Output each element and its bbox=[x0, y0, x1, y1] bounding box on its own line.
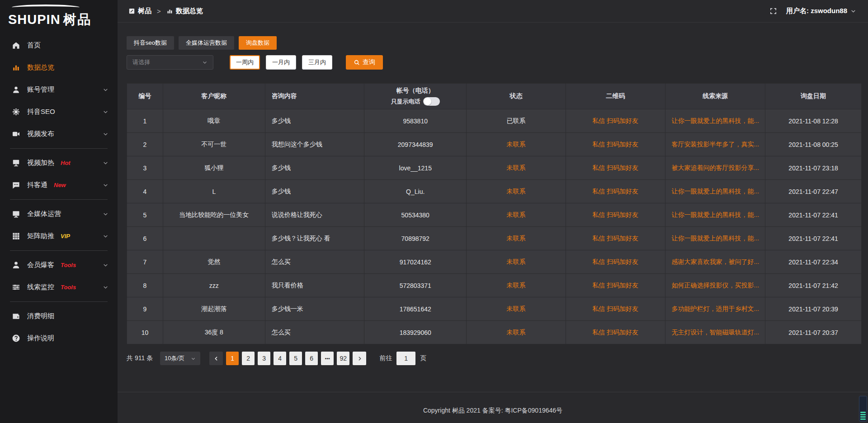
goto-page-input[interactable] bbox=[396, 352, 415, 365]
logo-arc bbox=[12, 5, 80, 10]
help-icon bbox=[12, 334, 20, 343]
topbar: 树品 > 数据总览 用户名: zswodun88 bbox=[118, 0, 868, 23]
page-size-select[interactable]: 10条/页 bbox=[160, 352, 200, 365]
user-menu[interactable]: 用户名: zswodun88 bbox=[786, 7, 856, 15]
cell-status: 已联系 bbox=[467, 109, 566, 133]
chevron-down-icon bbox=[103, 284, 108, 290]
phone-only-toggle[interactable] bbox=[423, 97, 440, 106]
next-page-button[interactable] bbox=[353, 352, 366, 365]
cell-qrcode[interactable]: 私信 扫码加好友 bbox=[566, 321, 665, 344]
edit-square-icon bbox=[128, 8, 135, 14]
cell-source[interactable]: 让你一眼就爱上的黑科技，能... bbox=[665, 180, 766, 203]
sidebar-item-9[interactable]: 全媒体运营 bbox=[0, 203, 118, 225]
cell-status: 未联系 bbox=[467, 321, 566, 344]
sidebar-item-12[interactable]: 会员爆客Tools bbox=[0, 254, 118, 276]
cell-qrcode[interactable]: 私信 扫码加好友 bbox=[566, 109, 665, 133]
table-row: 7觉然怎么买917024162未联系私信 扫码加好友感谢大家喜欢我家，被问了好.… bbox=[127, 250, 861, 274]
chevron-down-icon bbox=[103, 233, 108, 239]
sidebar-item-6[interactable]: 视频加热Hot bbox=[0, 152, 118, 174]
period-button-3[interactable]: 三月内 bbox=[302, 55, 332, 70]
cell-source[interactable]: 让你一眼就爱上的黑科技，能... bbox=[665, 203, 766, 227]
cell-qrcode[interactable]: 私信 扫码加好友 bbox=[566, 227, 665, 250]
sidebar-item-0[interactable]: 首页 bbox=[0, 34, 118, 56]
cell-qrcode[interactable]: 私信 扫码加好友 bbox=[566, 133, 665, 156]
cell-content: 多少钱一米 bbox=[265, 297, 365, 321]
cell-date: 2021-11-07 21:42 bbox=[765, 274, 861, 297]
page-button-2[interactable]: 2 bbox=[242, 352, 255, 365]
page-button-1[interactable]: 1 bbox=[226, 352, 239, 365]
cell-account: 183929060 bbox=[364, 321, 467, 344]
cell-source[interactable]: 多功能护栏灯，适用于乡村文... bbox=[665, 297, 766, 321]
cell-source[interactable]: 让你一眼就爱上的黑科技，能... bbox=[665, 227, 766, 250]
sidebar-item-1[interactable]: 数据总览 bbox=[0, 56, 118, 79]
column-header-account: 帐号（电话）只显示电话 bbox=[364, 84, 467, 109]
cell-qrcode[interactable]: 私信 扫码加好友 bbox=[566, 180, 665, 203]
cell-qrcode[interactable]: 私信 扫码加好友 bbox=[566, 156, 665, 180]
table-row: 8zzz我只看价格572803371未联系私信 扫码加好友如何正确选择投影仪，买… bbox=[127, 274, 861, 297]
search-button-label: 查询 bbox=[363, 58, 375, 66]
sidebar-divider bbox=[10, 250, 108, 251]
table-row: 1036度 8怎么买183929060未联系私信 扫码加好友无主灯设计，智能磁吸… bbox=[127, 321, 861, 344]
cell-content: 我只看价格 bbox=[265, 274, 365, 297]
sidebar-item-16[interactable]: 操作说明 bbox=[0, 327, 118, 349]
tab-1[interactable]: 抖音seo数据 bbox=[127, 36, 174, 50]
filter-select[interactable]: 请选择 bbox=[127, 55, 213, 70]
cell-source[interactable]: 感谢大家喜欢我家，被问了好... bbox=[665, 250, 766, 274]
video-upload-icon bbox=[12, 130, 20, 138]
sidebar-item-10[interactable]: 矩阵助推VIP bbox=[0, 225, 118, 247]
table-row: 6多少钱？让我死心 看70898792未联系私信 扫码加好友让你一眼就爱上的黑科… bbox=[127, 227, 861, 250]
topbar-right: 用户名: zswodun88 bbox=[769, 7, 856, 15]
cell-id: 1 bbox=[127, 109, 163, 133]
logo[interactable]: SHUPIN树品 bbox=[0, 0, 118, 33]
more-pages-button[interactable]: ••• bbox=[321, 352, 334, 365]
column-header-content: 咨询内容 bbox=[265, 84, 365, 109]
heat-monitor-icon bbox=[12, 159, 20, 167]
sidebar-item-15[interactable]: 消费明细 bbox=[0, 305, 118, 327]
cell-content: 说说价格让我死心 bbox=[265, 203, 365, 227]
cell-source[interactable]: 被大家追着问的客厅投影分享... bbox=[665, 156, 766, 180]
page-button-5[interactable]: 5 bbox=[289, 352, 302, 365]
cell-nickname: 狐小狸 bbox=[163, 156, 265, 180]
cell-qrcode[interactable]: 私信 扫码加好友 bbox=[566, 274, 665, 297]
period-button-2[interactable]: 一月内 bbox=[266, 55, 296, 70]
sidebar-item-2[interactable]: 账号管理 bbox=[0, 79, 118, 101]
cell-qrcode[interactable]: 私信 扫码加好友 bbox=[566, 250, 665, 274]
fullscreen-icon[interactable] bbox=[769, 7, 777, 15]
chevron-down-icon bbox=[103, 182, 108, 188]
cell-qrcode[interactable]: 私信 扫码加好友 bbox=[566, 297, 665, 321]
sidebar-item-4[interactable]: 视频发布 bbox=[0, 123, 118, 145]
cell-qrcode[interactable]: 私信 扫码加好友 bbox=[566, 203, 665, 227]
page-button-92[interactable]: 92 bbox=[337, 352, 349, 365]
cell-status: 未联系 bbox=[467, 250, 566, 274]
page-button-3[interactable]: 3 bbox=[258, 352, 270, 365]
search-icon bbox=[354, 59, 360, 66]
cell-source[interactable]: 客厅安装投影半年多了，真实... bbox=[665, 133, 766, 156]
prev-page-button[interactable] bbox=[209, 352, 223, 365]
sidebar-item-label: 抖客通 bbox=[27, 181, 47, 189]
period-button-1[interactable]: 一周内 bbox=[230, 55, 260, 70]
cell-source[interactable]: 如何正确选择投影仪，买投影... bbox=[665, 274, 766, 297]
page-button-6[interactable]: 6 bbox=[305, 352, 318, 365]
search-button[interactable]: 查询 bbox=[346, 55, 383, 70]
page-button-4[interactable]: 4 bbox=[274, 352, 286, 365]
cell-date: 2021-11-07 22:41 bbox=[765, 227, 861, 250]
cell-content: 怎么买 bbox=[265, 250, 365, 274]
cell-source[interactable]: 让你一眼就爱上的黑科技，能... bbox=[665, 109, 766, 133]
bar-chart-icon bbox=[12, 63, 20, 72]
total-count-label: 共 911 条 bbox=[127, 354, 153, 362]
sidebar-item-13[interactable]: 线索监控Tools bbox=[0, 276, 118, 298]
wallet-icon bbox=[12, 312, 20, 320]
cell-account: 178651642 bbox=[364, 297, 467, 321]
tab-3[interactable]: 询盘数据 bbox=[239, 36, 277, 50]
content: 抖音seo数据全媒体运营数据询盘数据 请选择 一周内一月内三月内 查询 编号客户… bbox=[118, 23, 868, 365]
footer: Copyright 树品 2021 备案号: 粤ICP备09019646号 bbox=[118, 392, 868, 423]
breadcrumb-root[interactable]: 树品 bbox=[138, 7, 151, 15]
table-row: 3狐小狸多少钱love__1215未联系私信 扫码加好友被大家追着问的客厅投影分… bbox=[127, 156, 861, 180]
cell-source[interactable]: 无主灯设计，智能磁吸轨道灯... bbox=[665, 321, 766, 344]
sidebar-menu: 首页数据总览账号管理抖音SEO视频发布视频加热Hot抖客通New全媒体运营矩阵助… bbox=[0, 33, 118, 349]
sidebar-item-7[interactable]: 抖客通New bbox=[0, 174, 118, 196]
sidebar-item-3[interactable]: 抖音SEO bbox=[0, 101, 118, 123]
tab-2[interactable]: 全媒体运营数据 bbox=[179, 36, 234, 50]
cell-content: 多少钱 bbox=[265, 180, 365, 203]
sidebar-item-label: 首页 bbox=[27, 41, 41, 50]
